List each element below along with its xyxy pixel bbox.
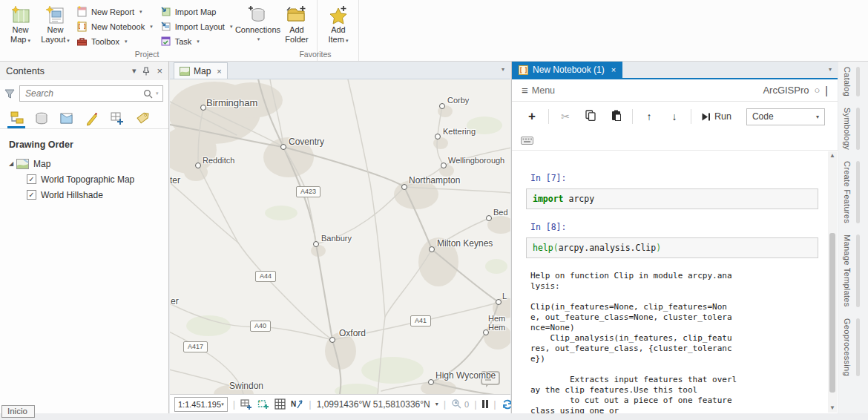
locate-icon[interactable]: 0 (451, 398, 469, 410)
layer-label: World Hillshade (41, 190, 103, 200)
code-token: arcpy.analysis.Clip (559, 243, 657, 253)
add-cell-button[interactable]: + (519, 109, 545, 124)
map-city-label: Wellingborough (448, 156, 504, 165)
tree-expander-icon[interactable]: ◢ (6, 160, 16, 167)
scroll-up-icon[interactable]: ▲ (828, 151, 837, 160)
dock-tab-manage-templates[interactable]: Manage Templates (843, 234, 868, 307)
code-cell[interactable]: help(arcpy.analysis.Clip) (526, 237, 818, 258)
map-city-label: High Wycombe (435, 370, 496, 381)
code-token: arcpy (564, 194, 595, 204)
map-thumbnail-icon (16, 159, 29, 169)
map-city-dot (200, 105, 206, 111)
pin-icon[interactable] (142, 67, 150, 76)
map-canvas[interactable]: BirminghamCoventryCorbyKetteringRedditch… (170, 79, 510, 394)
code-cell[interactable]: import arcpy (526, 188, 818, 209)
cell-type-select[interactable]: Code ▾ (746, 108, 825, 125)
map-city-dot (441, 163, 447, 168)
add-item-button[interactable]: Add Item▾ (320, 1, 355, 45)
notebook-tab-close-icon[interactable]: × (611, 65, 616, 74)
tab-list-by-drawing-order[interactable] (7, 109, 25, 128)
dock-tab-label: Catalog (843, 67, 852, 96)
road-shield-label: A41 (410, 315, 431, 327)
tab-list-by-editing[interactable] (83, 109, 101, 128)
move-cell-down-button[interactable]: ↓ (662, 111, 687, 122)
copy-cell-button[interactable] (578, 110, 603, 123)
run-cell-button[interactable]: Run (701, 111, 731, 122)
add-item-label-2: Item (328, 35, 343, 44)
scale-combobox[interactable]: 1:1.451.195 ▾ (174, 397, 228, 412)
dock-tab-catalog[interactable]: Catalog (843, 67, 868, 96)
import-map-button[interactable]: Import Map (160, 5, 233, 18)
layer-checkbox[interactable]: ✓ (27, 190, 36, 200)
map-city-label: Northampton (409, 175, 460, 186)
map-city-label: Kettering (443, 127, 476, 136)
notebook-scrollbar[interactable]: ▲ ▼ (828, 151, 837, 413)
search-input[interactable] (24, 88, 143, 99)
tabstrip-caret-icon[interactable]: ▾ (829, 66, 832, 73)
map-tab-close-icon[interactable]: × (217, 67, 221, 76)
pause-drawing-icon[interactable] (482, 400, 489, 408)
notebook-menubar: ≡ Menu ArcGISPro ○ | (512, 79, 838, 102)
new-map-view-icon[interactable] (240, 398, 252, 410)
paste-cell-button[interactable] (603, 110, 628, 123)
new-notebook-button[interactable]: New Notebook ▾ (76, 20, 153, 33)
tab-list-by-snapping[interactable] (108, 109, 126, 128)
move-cell-up-button[interactable]: ↑ (637, 111, 662, 122)
layer-label: World Topographic Map (41, 174, 134, 185)
new-layout-icon (46, 4, 65, 25)
scroll-down-icon[interactable]: ▼ (828, 404, 837, 413)
connections-label: Connections (235, 25, 280, 35)
tree-item-layer[interactable]: ✓ World Topographic Map (0, 171, 168, 187)
search-options-caret-icon[interactable]: ▾ (156, 91, 159, 96)
tabstrip-caret-icon[interactable]: ▾ (502, 66, 504, 73)
dock-tab-create-features[interactable]: Create Features (843, 161, 868, 223)
new-map-button[interactable]: New Map▾ (3, 1, 38, 45)
coords-caret-icon[interactable]: ▾ (435, 401, 438, 407)
task-button[interactable]: Task ▾ (160, 35, 233, 47)
close-icon[interactable]: × (157, 65, 162, 76)
new-report-button[interactable]: New Report ▾ (76, 5, 153, 18)
grid-icon[interactable] (274, 398, 286, 410)
tab-list-by-labeling[interactable] (134, 109, 151, 128)
ribbon-small-column-1: New Report ▾ New Notebook ▾ Toolbox ▾ (73, 1, 157, 47)
map-city-dot (280, 144, 286, 150)
notebook-content[interactable]: In [7]:import arcpyIn [8]:help(arcpy.ana… (512, 151, 838, 413)
hamburger-icon[interactable]: ≡ (522, 84, 528, 96)
filter-icon[interactable] (4, 88, 15, 99)
toolbox-label: Toolbox (91, 37, 119, 46)
keyboard-shortcuts-icon[interactable] (521, 137, 533, 145)
connections-icon (248, 4, 267, 25)
dock-tab-geoprocessing[interactable]: Geoprocessing (843, 318, 868, 376)
import-layout-label: Import Layout (175, 22, 225, 31)
toolbox-button[interactable]: Toolbox ▾ (76, 35, 153, 47)
north-arrow-icon[interactable]: N (291, 399, 303, 410)
code-token: import (533, 194, 564, 204)
connections-button[interactable]: Connections ▾ (236, 1, 279, 44)
tree-item-map[interactable]: ◢ Map (0, 156, 168, 171)
dock-tab-symbology[interactable]: Symbology (843, 108, 868, 150)
layer-checkbox[interactable]: ✓ (27, 174, 36, 184)
map-tab[interactable]: Map × (174, 62, 228, 79)
scrollbar-thumb[interactable] (829, 233, 835, 393)
tab-list-by-data-source[interactable] (33, 109, 50, 128)
map-tabstrip: Map × ▾ (170, 62, 510, 79)
map-city-label: Oxford (339, 328, 366, 338)
tab-list-by-selection[interactable] (58, 109, 76, 128)
new-layout-button[interactable]: New Layout▾ (38, 1, 73, 45)
cut-cell-button[interactable]: ✂ (553, 111, 578, 122)
add-item-icon (328, 4, 349, 25)
import-layout-button[interactable]: Import Layout ▾ (160, 20, 233, 33)
search-icon[interactable] (143, 89, 153, 99)
map-city-label: Banbury (321, 234, 352, 243)
notebook-tab[interactable]: New Notebook (1) × (512, 62, 622, 78)
road-shield-label: A423 (296, 186, 320, 197)
kernel-separator: | (825, 85, 828, 96)
new-map-icon (11, 4, 30, 25)
notebook-menu-label[interactable]: Menu (532, 85, 555, 96)
new-layout-label-1: New (47, 25, 63, 35)
contents-view-tabs (0, 105, 168, 129)
add-folder-button[interactable]: Add Folder (279, 1, 314, 44)
panel-menu-caret-icon[interactable]: ▾ (132, 66, 137, 76)
sketch-tool-icon[interactable] (257, 398, 269, 410)
tree-item-layer[interactable]: ✓ World Hillshade (0, 187, 168, 203)
